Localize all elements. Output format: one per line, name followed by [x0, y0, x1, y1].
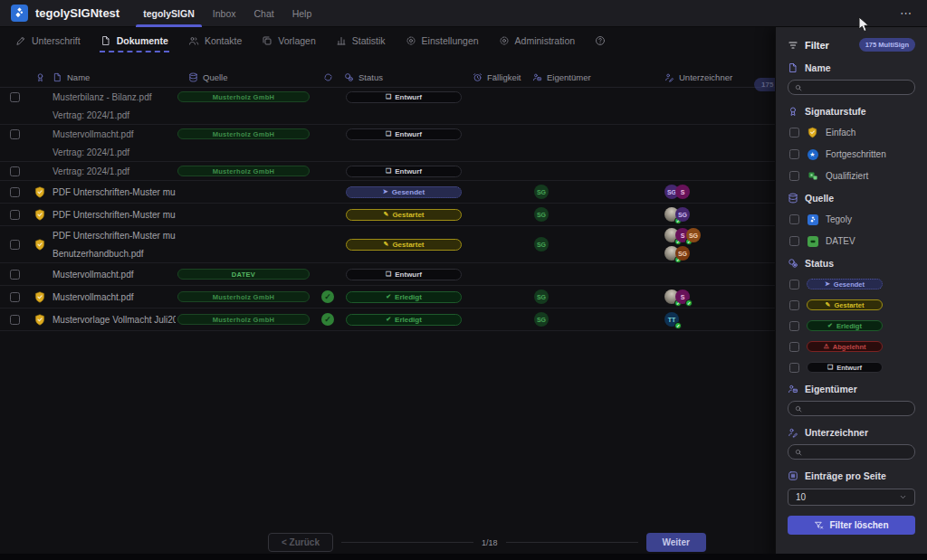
bottom-edge-bar: [0, 554, 927, 560]
filter-option-einfach[interactable]: Einfach: [789, 127, 915, 138]
row-checkbox[interactable]: [10, 187, 20, 197]
row-checkbox[interactable]: [10, 92, 20, 102]
row-checkbox[interactable]: [10, 129, 20, 139]
filter-option-status-abgelehnt[interactable]: ⚠Abgelehnt: [789, 341, 915, 352]
checkbox[interactable]: [789, 171, 799, 181]
filter-option-qualifiziert[interactable]: Qualifiziert: [789, 170, 915, 182]
source-cell: Musterholz GmbH: [176, 91, 311, 102]
document-name[interactable]: PDF Unterschriften-Muster muster.pdf: [53, 231, 176, 241]
checkbox[interactable]: [789, 342, 799, 352]
clock-icon: [473, 72, 483, 82]
table-row-group[interactable]: Mustervollmacht.pdfMusterholz GmbH❏Entwu…: [0, 125, 775, 162]
document-name[interactable]: Mustervollmacht.pdf: [53, 270, 176, 280]
filter-multisign-badge: 175 MultiSign: [859, 38, 915, 52]
table-row-group[interactable]: Mustervollmacht.pdfDATEV❏Entwurf: [0, 263, 775, 286]
status-cell: ✎Gestartet: [344, 209, 464, 221]
filter-option-status-gesendet[interactable]: ➤Gesendet: [789, 279, 915, 289]
signature-level-cell: [27, 290, 53, 304]
checkbox[interactable]: [789, 300, 799, 310]
next-page-button[interactable]: Weiter: [646, 533, 706, 552]
row-checkbox[interactable]: [10, 292, 20, 302]
table-row-group[interactable]: PDF Unterschriften-Muster muster.pdf✓S✓S…: [0, 226, 775, 263]
content-shell: UnterschriftDokumenteKontakteVorlagenSta…: [0, 27, 927, 560]
filter-option-status-erledigt[interactable]: ✔Erledigt: [789, 320, 915, 331]
entries-per-page-select[interactable]: 10: [788, 489, 915, 506]
column-header-Eigentümer: Eigentümer: [529, 72, 664, 82]
owner-cell: SG: [529, 207, 664, 222]
avatar: S: [675, 185, 690, 199]
owner-filter-input[interactable]: [788, 401, 915, 416]
checkbox[interactable]: [789, 280, 799, 289]
topnav-item-tegolysign[interactable]: tegolySIGN: [134, 0, 204, 27]
filter-section-label-eigent-mer: Eigentümer: [788, 384, 915, 394]
filter-section-title: Status: [805, 258, 834, 269]
tab-label: Kontakte: [205, 35, 242, 46]
signers-cell: ✓S✓SG: [664, 228, 775, 242]
row-checkbox[interactable]: [10, 315, 20, 325]
document-name[interactable]: Mustervollmacht.pdf: [53, 129, 176, 139]
filter-panel-header: Filter 175 MultiSign: [788, 38, 915, 52]
document-name[interactable]: Vertrag: 2024/1.pdf: [53, 110, 176, 120]
topnav-item-chat[interactable]: Chat: [244, 0, 282, 27]
filter-section-label-signaturstufe: Signaturstufe: [788, 106, 915, 117]
document-name[interactable]: PDF Unterschriften-Muster muster.pdf: [53, 210, 176, 220]
signer-filter-input[interactable]: [788, 444, 915, 460]
topnav-item-inbox[interactable]: Inbox: [204, 0, 245, 27]
top-navigation: tegolySIGNInboxChatHelp: [134, 0, 320, 27]
topnav-item-help[interactable]: Help: [283, 0, 321, 27]
document-icon: [100, 35, 111, 46]
filter-option-status-gestartet[interactable]: ✎Gestartet: [789, 299, 915, 310]
column-header-Fälligkeit: Fälligkeit: [464, 72, 529, 82]
filter-option-datev[interactable]: DATEV: [789, 235, 915, 247]
checkbox[interactable]: [789, 236, 799, 246]
checkbox[interactable]: [789, 214, 799, 224]
filter-option-fortgeschritten[interactable]: ★Fortgeschritten: [789, 148, 915, 160]
row-checkbox[interactable]: [10, 270, 20, 280]
pagination-divider: [341, 542, 473, 543]
checkbox[interactable]: [789, 321, 799, 331]
checkbox[interactable]: [789, 128, 799, 138]
status-label: Erledigt: [836, 322, 862, 330]
document-name[interactable]: Vertrag: 2024/1.pdf: [53, 147, 176, 157]
medal-icon: ★: [807, 148, 818, 160]
tab-label: Unterschrift: [32, 35, 81, 46]
table-row-group[interactable]: PDF Unterschriften-Muster muster.pdf✎Ges…: [0, 204, 775, 226]
document-name[interactable]: PDF Unterschriften-Muster muster.pdf: [53, 187, 176, 197]
checkbox[interactable]: [789, 149, 799, 159]
table-row-group[interactable]: Mustervollmacht.pdfMusterholz GmbH✔Erled…: [0, 286, 775, 308]
filter-section-label-quelle: Quelle: [788, 193, 915, 204]
status-cell: ❏Entwurf: [344, 269, 464, 280]
document-name[interactable]: Vertrag: 2024/1.pdf: [53, 166, 176, 176]
tab-einstellungen[interactable]: Einstellungen: [396, 27, 489, 54]
document-name[interactable]: Musterbilanz - Bilanz.pdf: [53, 92, 176, 102]
name-filter-input[interactable]: [788, 80, 915, 95]
clear-filters-button[interactable]: Filter löschen: [788, 516, 915, 535]
tab-dokumente[interactable]: Dokumente: [91, 27, 178, 54]
document-name[interactable]: Benutzerhandbuch.pdf: [53, 249, 176, 259]
tab-hilfe[interactable]: [585, 27, 616, 54]
table-row-group[interactable]: PDF Unterschriften-Muster muster.pdf➤Ges…: [0, 181, 775, 204]
tab-administration[interactable]: Administration: [489, 27, 586, 54]
row-checkbox[interactable]: [10, 166, 20, 176]
row-checkbox[interactable]: [10, 240, 20, 250]
document-name[interactable]: Mustervollmacht.pdf: [53, 292, 176, 302]
filter-option-status-entwurf[interactable]: ❏Entwurf: [789, 362, 915, 373]
tab-kontakte[interactable]: Kontakte: [178, 27, 252, 54]
row-checkbox[interactable]: [10, 210, 20, 220]
status-gesendet-icon: ➤: [825, 280, 830, 288]
table-row-group[interactable]: Vertrag: 2024/1.pdfMusterholz GmbH❏Entwu…: [0, 162, 775, 181]
document-name[interactable]: Mustervorlage Vollmacht Juli2019 Un...: [53, 315, 176, 325]
tab-vorlagen[interactable]: Vorlagen: [252, 27, 325, 54]
prev-page-button[interactable]: < Zurück: [268, 533, 333, 552]
checkbox[interactable]: [789, 363, 799, 373]
source-badge-datev: DATEV: [177, 269, 310, 280]
filter-option-tegoly[interactable]: Tegoly: [789, 214, 915, 225]
overflow-menu-icon[interactable]: ⋯: [896, 6, 916, 20]
tegoly-icon: [808, 214, 818, 225]
tab-label: Dokumente: [117, 35, 168, 46]
tab-statistik[interactable]: Statistik: [326, 27, 396, 54]
table-row-group[interactable]: Musterbilanz - Bilanz.pdfMusterholz GmbH…: [0, 88, 775, 125]
tab-unterschrift[interactable]: Unterschrift: [5, 27, 91, 54]
multisign-count-badge: 175 MultiSign: [754, 78, 775, 91]
table-row-group[interactable]: Mustervorlage Vollmacht Juli2019 Un...Mu…: [0, 308, 775, 331]
